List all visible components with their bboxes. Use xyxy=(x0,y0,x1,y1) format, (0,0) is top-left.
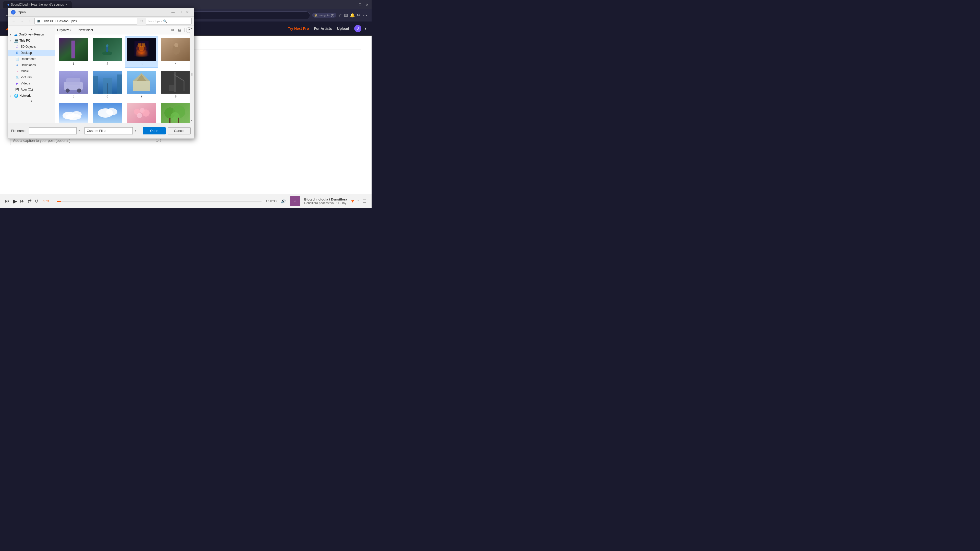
path-root-icon: 💻 xyxy=(37,19,41,23)
file-thumb-11 xyxy=(127,103,156,123)
svg-point-5 xyxy=(106,44,108,47)
file-name-2: 2 xyxy=(107,62,108,65)
file-item-7[interactable]: 7 xyxy=(125,69,158,100)
file-item-6[interactable]: 6 xyxy=(91,69,124,100)
thumb-svg-12 xyxy=(161,103,190,123)
dialog-body: ▲ ▾ ☁ OneDrive - Person ▸ 💻 This PC ⬡ 3D… xyxy=(8,26,194,123)
dialog-action-buttons: Open Cancel xyxy=(143,127,191,135)
filename-label: File name: xyxy=(11,129,27,133)
view-details-button[interactable]: ▤ xyxy=(177,27,183,33)
svg-rect-12 xyxy=(138,43,141,47)
sidebar-item-videos[interactable]: ▶ Videos xyxy=(8,80,55,86)
open-button[interactable]: Open xyxy=(143,127,165,135)
file-scroll-down-arrow[interactable]: ▼ xyxy=(189,118,194,123)
desktop-icon: 🖥 xyxy=(15,51,19,55)
sidebar-item-pictures[interactable]: 🖼 Pictures xyxy=(8,74,55,80)
sidebar-onedrive-toggle: ▾ xyxy=(10,33,13,36)
path-dropdown-button[interactable]: ▾ xyxy=(78,19,82,24)
file-thumb-10 xyxy=(93,103,122,123)
file-area-scrollbar[interactable]: ▲ █ ▼ xyxy=(189,26,194,123)
thumb-svg-2 xyxy=(93,38,122,61)
svg-point-47 xyxy=(137,113,142,118)
sidebar-item-music[interactable]: ♪ Music xyxy=(8,68,55,74)
dialog-search-icon: 🔍 xyxy=(163,19,167,23)
svg-rect-2 xyxy=(72,41,75,58)
file-thumb-8 xyxy=(161,71,190,94)
dialog-refresh-button[interactable]: ↻ xyxy=(138,18,145,24)
sidebar-onedrive-section[interactable]: ▾ ☁ OneDrive - Person xyxy=(8,32,55,38)
filetype-select-container: Custom Files ▾ xyxy=(84,127,138,135)
sidebar-item-downloads[interactable]: ⬇ Downloads xyxy=(8,62,55,68)
thumb-svg-1 xyxy=(59,38,88,61)
svg-rect-19 xyxy=(66,78,80,85)
dialog-minimize-button[interactable]: — xyxy=(170,9,177,16)
sidebar-item-documents[interactable]: 📄 Documents xyxy=(8,56,55,62)
documents-icon: 📄 xyxy=(15,57,19,61)
downloads-icon: ⬇ xyxy=(15,63,19,67)
onedrive-icon: ☁ xyxy=(14,32,18,37)
sidebar-label-pictures: Pictures xyxy=(21,76,32,79)
thispc-icon: 💻 xyxy=(14,38,18,43)
svg-point-39 xyxy=(65,114,81,120)
filename-dropdown-button[interactable]: ▾ xyxy=(76,127,82,135)
file-item-9[interactable] xyxy=(57,101,89,123)
file-name-6: 6 xyxy=(107,95,108,98)
thumb-svg-8 xyxy=(161,71,190,94)
file-item-2[interactable]: 2 xyxy=(91,37,124,68)
file-item-3[interactable]: 3 xyxy=(125,37,158,68)
filename-input[interactable] xyxy=(29,127,82,135)
thumb-svg-5 xyxy=(59,71,88,94)
new-folder-button[interactable]: New folder xyxy=(79,28,93,32)
dialog-search-bar[interactable]: Search pics 🔍 xyxy=(146,18,192,24)
file-thumb-1 xyxy=(59,38,88,61)
view-toggle-button[interactable]: ⊞ xyxy=(169,27,176,33)
file-item-5[interactable]: 5 xyxy=(57,69,89,100)
dialog-path-bar: 💻 › This PC › Desktop › pics ▾ xyxy=(35,18,137,24)
filetype-dropdown-button[interactable]: ▾ xyxy=(132,127,138,135)
sidebar-item-desktop[interactable]: 🖥 Desktop xyxy=(8,50,55,56)
dialog-back-button[interactable]: ← xyxy=(10,18,17,24)
sidebar-network-section[interactable]: ▸ 🌐 Network xyxy=(8,93,55,99)
file-item-12[interactable] xyxy=(159,101,192,123)
file-thumb-4 xyxy=(161,38,190,61)
cancel-button[interactable]: Cancel xyxy=(168,127,191,135)
videos-icon: ▶ xyxy=(15,81,19,86)
organize-button[interactable]: Organize ▾ xyxy=(57,28,72,32)
svg-point-46 xyxy=(142,110,150,117)
sidebar-label-music: Music xyxy=(21,69,29,73)
file-thumb-2 xyxy=(93,38,122,61)
path-this-pc[interactable]: This PC xyxy=(43,19,54,23)
thumb-svg-11 xyxy=(127,103,156,123)
sidebar-item-acer-c[interactable]: 💾 Acer (C:) xyxy=(8,86,55,93)
filetype-select[interactable]: Custom Files xyxy=(84,127,138,135)
file-name-7: 7 xyxy=(141,95,142,98)
sidebar-label-documents: Documents xyxy=(21,57,36,61)
dialog-up-button[interactable]: ↑ xyxy=(26,18,33,24)
dialog-sidebar: ▲ ▾ ☁ OneDrive - Person ▸ 💻 This PC ⬡ 3D… xyxy=(8,26,55,123)
path-pics[interactable]: pics xyxy=(72,19,77,23)
dialog-maximize-button[interactable]: ☐ xyxy=(177,9,183,16)
dialog-close-button[interactable]: ✕ xyxy=(184,9,191,16)
file-item-4[interactable]: 4 xyxy=(159,37,192,68)
file-item-1[interactable]: 1 xyxy=(57,37,89,68)
dialog-search-placeholder: Search pics xyxy=(148,20,162,23)
file-thumb-6 xyxy=(93,71,122,94)
sidebar-scroll-up[interactable]: ▲ xyxy=(8,27,55,32)
file-name-1: 1 xyxy=(73,62,74,65)
file-item-11[interactable] xyxy=(125,101,158,123)
dialog-forward-button[interactable]: → xyxy=(18,18,25,24)
file-thumb-12 xyxy=(161,103,190,123)
sidebar-thispc-section[interactable]: ▸ 💻 This PC xyxy=(8,38,55,44)
file-name-5: 5 xyxy=(73,95,74,98)
sidebar-network-toggle: ▸ xyxy=(10,94,13,97)
file-scroll-up-arrow[interactable]: ▲ xyxy=(189,26,194,30)
sidebar-scroll-down[interactable]: ▼ xyxy=(8,99,55,103)
path-desktop[interactable]: Desktop xyxy=(57,19,68,23)
sidebar-item-3dobjects[interactable]: ⬡ 3D Objects xyxy=(8,44,55,50)
file-item-8[interactable]: 8 xyxy=(159,69,192,100)
file-item-10[interactable] xyxy=(91,101,124,123)
network-icon: 🌐 xyxy=(14,94,18,98)
svg-point-20 xyxy=(65,89,70,93)
file-name-3: 3 xyxy=(141,62,142,66)
file-thumb-5 xyxy=(59,71,88,94)
